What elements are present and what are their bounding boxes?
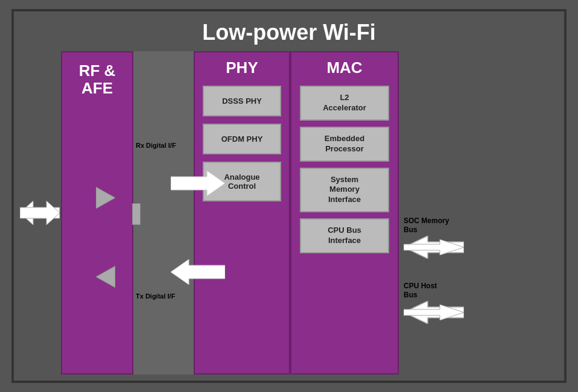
phy-title: PHY xyxy=(226,58,258,77)
mac-embedded-block: EmbeddedProcessor xyxy=(300,127,389,162)
svg-marker-3 xyxy=(96,266,115,288)
phy-block: PHY DSSS PHY OFDM PHY AnalogueControl xyxy=(194,51,290,375)
right-bus-area: SOC MemoryBus CPU HostBus xyxy=(399,51,471,375)
svg-marker-5 xyxy=(171,259,225,285)
cpu-bus-group: CPU HostBus xyxy=(404,282,471,326)
inner-area: RF &AFE Rx Digital I/F xyxy=(14,51,564,381)
soc-bus-arrow-icon xyxy=(404,236,464,259)
rf-afe-block: RF &AFE xyxy=(61,51,133,375)
page-title: Low-power Wi-Fi xyxy=(14,11,564,51)
mac-smi-block: SystemMemoryInterface xyxy=(300,168,389,213)
cpu-bus-label: CPU HostBus xyxy=(404,282,471,299)
mac-l2-block: L2Accelerator xyxy=(300,86,389,121)
mac-block: MAC L2Accelerator EmbeddedProcessor Syst… xyxy=(290,51,399,375)
rf-connector xyxy=(132,203,141,225)
tx-arrow-icon xyxy=(171,259,225,287)
rf-afe-title: RF &AFE xyxy=(79,62,116,96)
left-arrow-area xyxy=(19,51,61,375)
phy-dsss-block: DSSS PHY xyxy=(203,86,281,116)
outer-box: Low-power Wi-Fi RF &AFE xyxy=(11,9,567,383)
phy-ofdm-block: OFDM PHY xyxy=(203,124,281,154)
svg-marker-1 xyxy=(20,201,60,225)
rx-label: Rx Digital I/F xyxy=(136,142,176,150)
svg-marker-4 xyxy=(171,171,225,196)
digital-if-area: Rx Digital I/F Tx Digital I/F xyxy=(133,51,194,375)
cpu-bus-arrow-icon xyxy=(404,301,464,324)
svg-marker-2 xyxy=(96,187,115,209)
soc-bus-group: SOC MemoryBus xyxy=(404,217,471,261)
rx-triangle-icon xyxy=(96,187,115,209)
tx-label: Tx Digital I/F xyxy=(136,292,175,300)
mac-cpu-block: CPU BusInterface xyxy=(300,218,389,253)
soc-bus-label: SOC MemoryBus xyxy=(404,217,471,234)
double-sided-arrow-left xyxy=(20,196,60,230)
mac-title: MAC xyxy=(326,58,362,77)
tx-triangle-icon xyxy=(96,266,115,288)
rx-arrow-icon xyxy=(171,171,225,198)
